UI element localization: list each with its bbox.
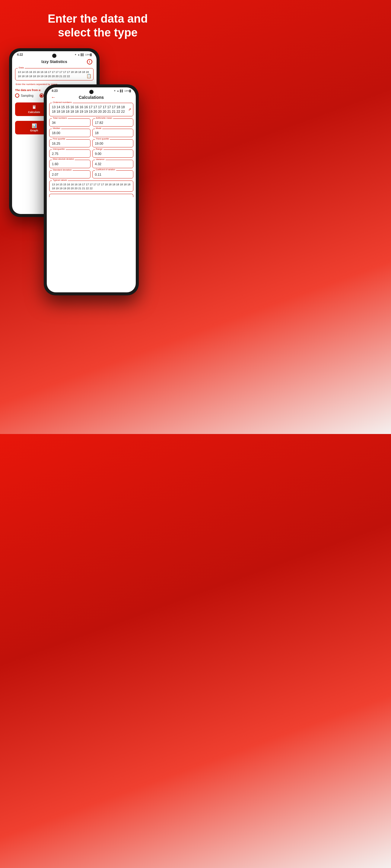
- interquartile-range-row: Interquartile 2.75 Range 9.00: [49, 150, 133, 158]
- partial-bottom-field: [49, 194, 133, 197]
- mad-field: Mean absolute deviation 1.60: [49, 160, 90, 168]
- radio-sampling-label: Sampling: [21, 94, 33, 97]
- back-app-header: Izzy Statistics i: [12, 57, 96, 66]
- variance-value: 4.32: [95, 162, 131, 166]
- ordered-numbers-label: Ordered numbers: [52, 101, 73, 104]
- interquartile-value: 2.75: [52, 152, 88, 156]
- phone-front: 4:23 ✦ ▲ ▌▌ 13%▓ ← Calculations Ordered …: [44, 84, 139, 296]
- calculator-icon: 🖩: [32, 105, 36, 110]
- coeff-var-value: 0.11: [95, 173, 131, 177]
- std-dev-value: 2.07: [52, 173, 88, 177]
- phone-front-screen: 4:23 ✦ ▲ ▌▌ 13%▓ ← Calculations Ordered …: [47, 87, 136, 292]
- std-dev-field: Standard deviation 2.07: [49, 170, 90, 179]
- typical-values-field: Typical values 13 14 15 15 16 16 16 16 1…: [49, 181, 133, 192]
- front-app-header: ← Calculations: [47, 93, 136, 101]
- chart-icon: 📊: [32, 123, 37, 128]
- first-quartile-value: 16.25: [52, 141, 88, 146]
- coeff-var-label: Coefficient of variation: [95, 168, 116, 170]
- back-status-icons: ✦ ▲ ▌▌ 13%▓: [75, 53, 92, 56]
- calculate-label: Calculate: [28, 111, 40, 114]
- front-status-icons: ✦ ▲ ▌▌ 13%▓: [114, 90, 131, 92]
- results-container[interactable]: Ordered numbers 13 14 15 15 16 16 16 16 …: [47, 101, 136, 198]
- total-numbers-label: Total numbers: [52, 117, 68, 119]
- front-battery-icon: 13%▓: [124, 90, 131, 92]
- interquartile-field: Interquartile 2.75: [49, 150, 90, 158]
- headline-line1: Enter the data and: [48, 12, 148, 25]
- mad-value: 1.60: [52, 162, 88, 166]
- data-content: 13 14 15 16 15 16 16 16 17 17 17 17 17 1…: [18, 70, 91, 79]
- first-quartile-label: First quartile: [52, 137, 66, 140]
- graph-label: Graph: [30, 129, 38, 132]
- data-field-label: Data: [18, 66, 25, 69]
- arithmetic-mean-label: Arithmetic mean: [95, 117, 113, 119]
- front-bluetooth-icon: ✦: [114, 90, 116, 92]
- front-signal-icon: ▌▌: [120, 90, 123, 92]
- arithmetic-mean-value: 17.82: [95, 121, 131, 125]
- median-label: Median: [52, 127, 61, 130]
- bluetooth-icon: ✦: [75, 53, 77, 56]
- quartiles-row: First quartile 16.25 Third quartile 19.0…: [49, 139, 133, 147]
- median-field: Median 18.00: [49, 129, 90, 137]
- data-input-field[interactable]: Data 13 14 15 16 15 16 16 16 17 17 17 17…: [15, 68, 93, 81]
- mad-variance-row: Mean absolute deviation 1.60 Variance 4.…: [49, 160, 133, 168]
- ordered-numbers-value: 13 14 15 15 16 16 16 16 17 17 17 17 17 1…: [52, 105, 126, 114]
- range-field: Range 9.00: [92, 150, 134, 158]
- headline-line2: select the type: [58, 26, 138, 39]
- variance-label: Variance: [95, 158, 106, 161]
- coeff-var-field: Coefficient of variation 0.11: [92, 170, 134, 179]
- front-time: 4:23: [52, 89, 58, 93]
- third-quartile-value: 19.00: [95, 141, 131, 146]
- typical-values-content: 13 14 15 15 16 16 16 16 17 17 17 17 17 1…: [52, 183, 131, 190]
- mad-label: Mean absolute deviation: [52, 158, 75, 160]
- total-numbers-field: Total numbers 34: [49, 119, 90, 127]
- median-mode-row: Median 18.00 Mode 18: [49, 129, 133, 137]
- median-value: 18.00: [52, 131, 88, 135]
- stddev-coeff-row: Standard deviation 2.07 Coefficient of v…: [49, 170, 133, 179]
- front-app-title: Calculations: [79, 95, 104, 100]
- signal-icon: ▌▌: [81, 53, 84, 56]
- interquartile-label: Interquartile: [52, 148, 66, 150]
- back-app-title: Izzy Statistics: [41, 59, 67, 64]
- third-quartile-field: Third quartile 19.00: [92, 139, 134, 147]
- mode-value: 18: [95, 131, 131, 135]
- front-wifi-icon: ▲: [117, 90, 119, 92]
- range-label: Range: [95, 148, 104, 150]
- mode-label: Mode: [95, 127, 103, 130]
- back-navigation-button[interactable]: ←: [51, 95, 56, 100]
- first-quartile-field: First quartile 16.25: [49, 139, 90, 147]
- range-value: 9.00: [95, 152, 131, 156]
- share-icon[interactable]: ⇗: [128, 107, 131, 112]
- ordered-numbers-field: Ordered numbers 13 14 15 15 16 16 16 16 …: [49, 103, 133, 116]
- headline: Enter the data and select the type: [0, 0, 196, 45]
- variance-field: Variance 4.32: [92, 160, 134, 168]
- paste-icon[interactable]: 📋: [86, 73, 91, 79]
- typical-values-label: Typical values: [52, 179, 68, 181]
- info-button[interactable]: i: [87, 59, 92, 64]
- radio-population-circle[interactable]: [39, 93, 44, 98]
- wifi-icon: ▲: [78, 53, 80, 56]
- total-numbers-value: 34: [52, 121, 88, 125]
- mode-field: Mode 18: [92, 129, 134, 137]
- arithmetic-mean-field: Arithmetic mean 17.82: [92, 119, 134, 127]
- third-quartile-label: Third quartile: [95, 137, 110, 140]
- radio-sampling-circle[interactable]: [15, 93, 19, 98]
- total-mean-row: Total numbers 34 Arithmetic mean 17.82: [49, 119, 133, 127]
- battery-icon: 13%▓: [85, 53, 92, 56]
- radio-population-dot: [40, 95, 43, 97]
- radio-sampling[interactable]: Sampling: [15, 93, 33, 98]
- std-dev-label: Standard deviation: [52, 168, 73, 171]
- back-time: 4:22: [17, 53, 23, 56]
